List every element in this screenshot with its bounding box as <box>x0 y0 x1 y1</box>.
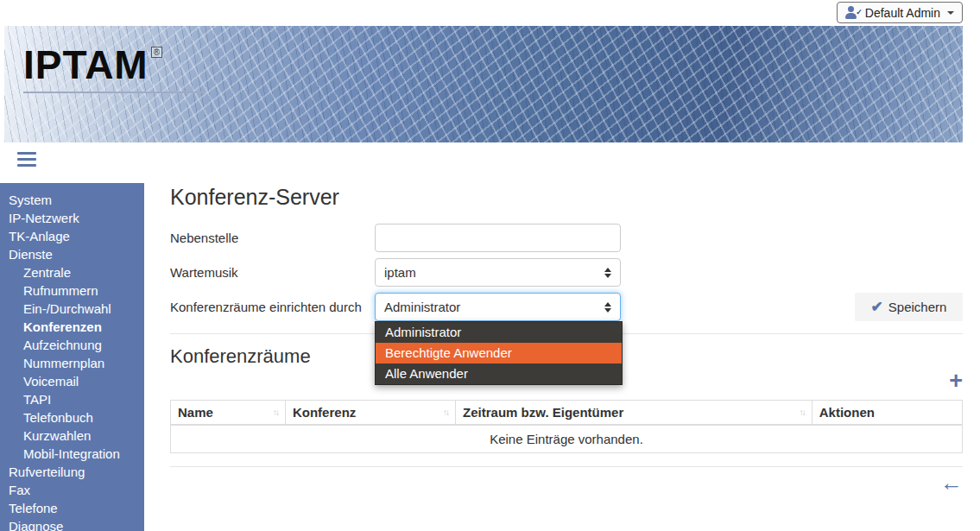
sidebar-item-rufverteilung[interactable]: Rufverteilung <box>0 463 144 481</box>
back-row: ← <box>170 471 963 494</box>
logo-text: IPTAM <box>23 42 149 87</box>
empty-table-row: Keine Einträge vorhanden. <box>171 425 963 453</box>
column-header-zeitraum[interactable]: Zeitraum bzw. Eigentümer ↑↓ <box>456 401 812 426</box>
add-conference-button[interactable]: + <box>949 370 963 392</box>
form-row-wartemusik: Wartemusik iptam <box>170 258 963 287</box>
sidebar-item-dienste[interactable]: Dienste <box>0 245 144 263</box>
empty-message: Keine Einträge vorhanden. <box>171 425 963 453</box>
sidebar-item-mobil-integration[interactable]: Mobil-Integration <box>0 445 144 463</box>
sidebar-item-telefone[interactable]: Telefone <box>0 499 144 517</box>
sidebar-item-zentrale[interactable]: Zentrale <box>0 263 144 281</box>
sidebar-item-diagnose[interactable]: Diagnose <box>0 517 144 531</box>
wartemusik-select[interactable]: iptam <box>375 258 621 287</box>
page-title: Konferenz-Server <box>170 185 963 210</box>
sidebar-item-tk-anlage[interactable]: TK-Anlage <box>0 227 144 245</box>
dropdown-option-alle-anwender[interactable]: Alle Anwender <box>376 363 622 384</box>
sidebar-item-rufnummern[interactable]: Rufnummern <box>0 281 144 300</box>
nebenstelle-input[interactable] <box>375 224 621 252</box>
logo-underline <box>23 92 205 93</box>
column-header-name[interactable]: Name ↑↓ <box>171 401 286 426</box>
sidebar-item-nummernplan[interactable]: Nummernplan <box>0 354 144 372</box>
sidebar-item-aufzeichnung[interactable]: Aufzeichnung <box>0 336 144 354</box>
user-check-icon: ✓ <box>856 8 863 16</box>
sidebar-item-ip-netzwerk[interactable]: IP-Netzwerk <box>0 209 144 227</box>
wartemusik-label: Wartemusik <box>170 265 375 280</box>
save-button-label: Speichern <box>888 300 947 314</box>
column-header-konferenz[interactable]: Konferenz ↑↓ <box>285 401 455 426</box>
sidebar-item-voicemail[interactable]: Voicemail <box>0 372 144 390</box>
back-button[interactable]: ← <box>940 471 963 494</box>
sidebar-nav: System IP-Netzwerk TK-Anlage Dienste Zen… <box>0 183 144 531</box>
registered-mark: ® <box>151 47 162 58</box>
main-content: Konferenz-Server Nebenstelle Wartemusik … <box>170 183 963 494</box>
form-row-nebenstelle: Nebenstelle <box>170 224 963 252</box>
einrichten-durch-select[interactable]: Administrator <box>375 293 621 321</box>
bottom-divider <box>170 466 963 467</box>
header-banner: IPTAM® <box>4 26 963 142</box>
sidebar: System IP-Netzwerk TK-Anlage Dienste Zen… <box>0 183 144 531</box>
user-menu-button[interactable]: ✓ Default Admin <box>837 2 963 23</box>
form-row-einrichten-durch: Konferenzräume einrichten durch Administ… <box>170 293 963 321</box>
check-icon: ✔ <box>871 298 883 316</box>
einrichten-durch-label: Konferenzräume einrichten durch <box>170 300 375 314</box>
page: ✓ Default Admin IPTAM® System IP-Netzwer… <box>0 0 980 531</box>
save-button[interactable]: ✔ Speichern <box>855 293 963 321</box>
dropdown-option-administrator[interactable]: Administrator <box>376 322 622 343</box>
sort-icon[interactable]: ↑↓ <box>800 408 805 417</box>
nebenstelle-label: Nebenstelle <box>170 231 375 245</box>
einrichten-durch-selected-value: Administrator <box>384 300 460 314</box>
user-menu-label: Default Admin <box>865 6 940 20</box>
sidebar-item-fax[interactable]: Fax <box>0 481 144 499</box>
sidebar-item-ein-durchwahl[interactable]: Ein-/Durchwahl <box>0 300 144 318</box>
einrichten-durch-dropdown: Administrator Berechtigte Anwender Alle … <box>375 321 623 385</box>
table-header-row: Name ↑↓ Konferenz ↑↓ Zeitraum bzw. Eigen… <box>171 401 963 426</box>
sidebar-item-system[interactable]: System <box>0 191 144 209</box>
sidebar-item-konferenzen[interactable]: Konferenzen <box>0 318 144 336</box>
column-header-aktionen: Aktionen <box>812 401 962 426</box>
menu-toggle-icon[interactable] <box>17 152 36 168</box>
sort-icon[interactable]: ↑↓ <box>273 408 278 417</box>
iptam-logo: IPTAM® <box>23 45 205 93</box>
wartemusik-selected-value: iptam <box>384 265 416 280</box>
conference-rooms-table: Name ↑↓ Konferenz ↑↓ Zeitraum bzw. Eigen… <box>170 400 963 453</box>
sidebar-item-tapi[interactable]: TAPI <box>0 390 144 408</box>
sidebar-item-telefonbuch[interactable]: Telefonbuch <box>0 408 144 427</box>
chevron-down-icon <box>947 11 954 15</box>
select-arrows-icon <box>604 268 611 278</box>
sidebar-item-kurzwahlen[interactable]: Kurzwahlen <box>0 427 144 445</box>
dropdown-option-berechtigte-anwender[interactable]: Berechtigte Anwender <box>376 343 622 363</box>
user-icon: ✓ <box>845 6 860 19</box>
sort-icon[interactable]: ↑↓ <box>443 408 448 417</box>
select-arrows-icon <box>604 302 611 313</box>
